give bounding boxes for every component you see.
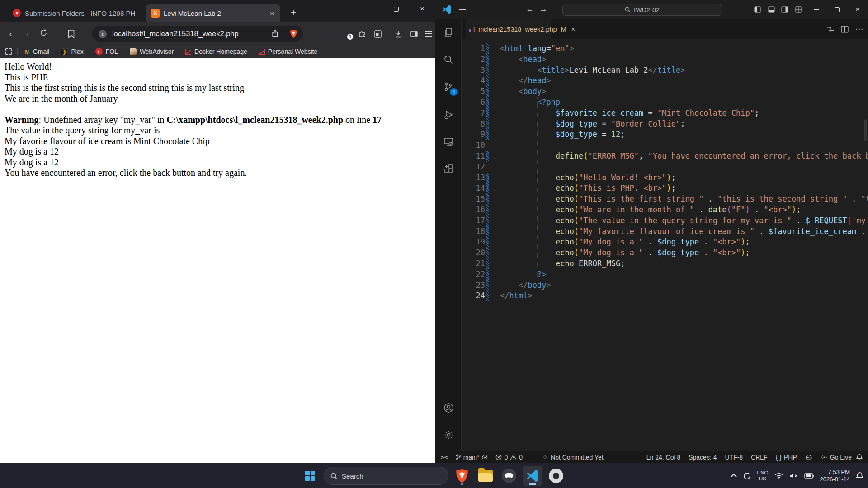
code-line[interactable]: 5 <body> [462, 86, 868, 97]
code-line[interactable]: 16 echo("We are in the month of " . date… [462, 205, 868, 216]
language-mode[interactable]: { } PHP [776, 454, 797, 461]
tab-close-icon[interactable]: × [571, 26, 575, 33]
downloads-icon[interactable] [393, 29, 403, 39]
toggle-secondary-sidebar-icon[interactable] [781, 6, 788, 13]
remote-indicator[interactable]: >< [441, 454, 448, 460]
bookmark-plex[interactable]: ❯ Plex [61, 48, 83, 55]
taskbar-search[interactable]: Search [324, 467, 448, 485]
source-control-icon[interactable]: 4 [435, 77, 462, 97]
code-line[interactable]: 9 $dog_type = 12; [462, 129, 868, 140]
code-line[interactable]: 7 $favorite_ice_cream = "Mint Chocolate … [462, 108, 868, 119]
taskbar-discord-icon[interactable] [499, 466, 519, 486]
code-editor[interactable]: 1<html lang="en">2 <head>3 <title>Levi M… [462, 39, 868, 451]
code-line[interactable]: 10 [462, 140, 868, 151]
bookmark-personal-website[interactable]: Personal Website [259, 48, 317, 55]
customize-layout-icon[interactable] [795, 6, 802, 13]
share-icon[interactable] [270, 29, 280, 39]
close-button[interactable]: × [409, 0, 435, 18]
new-tab-button[interactable]: + [288, 7, 299, 19]
code-line[interactable]: 13 echo("Hello World! <br>"); [462, 173, 868, 183]
encoding-setting[interactable]: UTF-8 [725, 454, 743, 461]
url-text[interactable]: localhost/l_mclean215318_week2.php [112, 29, 270, 38]
taskbar-explorer-icon[interactable] [476, 466, 495, 486]
volume-muted-icon[interactable] [789, 472, 798, 479]
code-line[interactable]: 1<html lang="en"> [462, 43, 868, 54]
toggle-sidebar-icon[interactable] [754, 6, 761, 13]
editor-tab-active[interactable]: l_mclean215318_week2.php M × [466, 19, 551, 39]
code-line[interactable]: 2 <head> [462, 54, 868, 65]
account-icon[interactable] [435, 398, 462, 418]
indent-setting[interactable]: Spaces: 4 [689, 454, 717, 461]
problems-item[interactable]: 0 0 [495, 454, 523, 461]
sync-icon[interactable] [743, 472, 751, 480]
code-line[interactable]: 23 </body> [462, 280, 868, 291]
minimize-button[interactable] [357, 0, 383, 18]
maximize-button[interactable] [383, 0, 409, 18]
nav-back-icon[interactable]: ← [524, 0, 536, 19]
address-bar[interactable]: i localhost/l_mclean215318_week2.php [92, 26, 303, 42]
maximize-button[interactable] [826, 0, 847, 19]
taskbar-brave-icon[interactable] [452, 466, 472, 486]
code-line[interactable]: 6 <?php [462, 97, 868, 108]
bookmark-icon[interactable] [66, 29, 76, 39]
code-line[interactable]: 17 echo("The value in the query string f… [462, 216, 868, 226]
extensions-puzzle-icon[interactable] [357, 29, 367, 39]
command-search-box[interactable]: IWD2-02 [562, 4, 722, 16]
code-line[interactable]: 19 echo("My dog is a " . $dog_type . "<b… [462, 237, 868, 248]
code-line[interactable]: 15 echo("This is the first string " . "t… [462, 194, 868, 205]
brave-leo-icon[interactable]: 1 [342, 29, 351, 38]
toggle-panel-icon[interactable] [768, 6, 775, 13]
tray-expand-icon[interactable] [730, 474, 736, 480]
status-extension-icon[interactable] [805, 454, 812, 460]
settings-gear-icon[interactable] [435, 425, 462, 445]
site-info-icon[interactable]: i [99, 30, 107, 38]
open-changes-icon[interactable] [826, 25, 834, 33]
bookmark-webadvisor[interactable]: WebAdvisor [130, 48, 174, 55]
code-line[interactable]: 24</html> [462, 291, 868, 301]
reload-icon[interactable] [35, 29, 52, 39]
apps-grid-icon[interactable] [5, 48, 12, 55]
code-line[interactable]: 11 define("ERROR_MSG", "You have encount… [462, 151, 868, 162]
split-editor-icon[interactable] [841, 25, 849, 33]
eol-setting[interactable]: CRLF [751, 454, 768, 461]
code-line[interactable]: 4 </head> [462, 75, 868, 86]
browser-tab-active[interactable]: X Levi McLean Lab 2 × [146, 4, 280, 22]
cursor-position[interactable]: Ln 24, Col 8 [646, 454, 681, 461]
start-button[interactable] [300, 466, 320, 486]
brave-shield-icon[interactable] [288, 29, 298, 39]
search-icon[interactable] [435, 50, 462, 70]
minimize-button[interactable] [806, 0, 826, 19]
code-line[interactable]: 18 echo("My favorite flavour of ice crea… [462, 226, 868, 237]
browser-menu-icon[interactable] [425, 31, 432, 36]
code-line[interactable]: 21 echo ERROR_MSG; [462, 258, 868, 269]
forward-icon[interactable]: › [19, 29, 35, 39]
code-line[interactable]: 20 echo("My dog is a " . $dog_type . "<b… [462, 248, 868, 258]
git-branch-item[interactable]: main* [455, 454, 489, 461]
notifications-bell-icon[interactable] [856, 454, 863, 460]
language-indicator[interactable]: ENG US [757, 470, 769, 482]
vscode-menu-icon[interactable] [459, 7, 466, 13]
screenshot-icon[interactable] [373, 29, 383, 39]
more-actions-icon[interactable]: ⋯ [855, 24, 863, 34]
battery-icon[interactable] [804, 473, 814, 479]
browser-tab-fol[interactable]: F Submission Folders - INFO-1208 PHP [7, 4, 141, 22]
go-live-item[interactable]: Go Live [821, 454, 852, 461]
code-line[interactable]: 8 $dog_type = "Border Collie"; [462, 119, 868, 130]
clock[interactable]: 7:53 PM 2026-01-14 [820, 469, 850, 483]
notification-bell-icon[interactable] [856, 472, 863, 480]
code-line[interactable]: 14 echo("This is PHP. <br>"); [462, 183, 868, 194]
code-line[interactable]: 12 [462, 162, 868, 173]
nav-forward-icon[interactable]: → [537, 0, 550, 19]
close-button[interactable]: × [847, 0, 868, 19]
bookmark-fol[interactable]: F FOL [95, 48, 118, 55]
code-line[interactable]: 3 <title>Levi McLean Lab 2</title> [462, 65, 868, 76]
bookmark-gmail[interactable]: M Gmail [25, 48, 49, 55]
sidebar-toggle-icon[interactable] [409, 29, 419, 39]
wifi-icon[interactable] [774, 472, 783, 479]
code-line[interactable]: 22 ?> [462, 269, 868, 280]
git-commit-item[interactable]: Not Committed Yet [542, 454, 604, 461]
tab-close-icon[interactable]: × [269, 9, 275, 17]
remote-explorer-icon[interactable] [435, 132, 462, 152]
run-debug-icon[interactable] [435, 105, 462, 125]
taskbar-steam-icon[interactable] [546, 466, 566, 486]
